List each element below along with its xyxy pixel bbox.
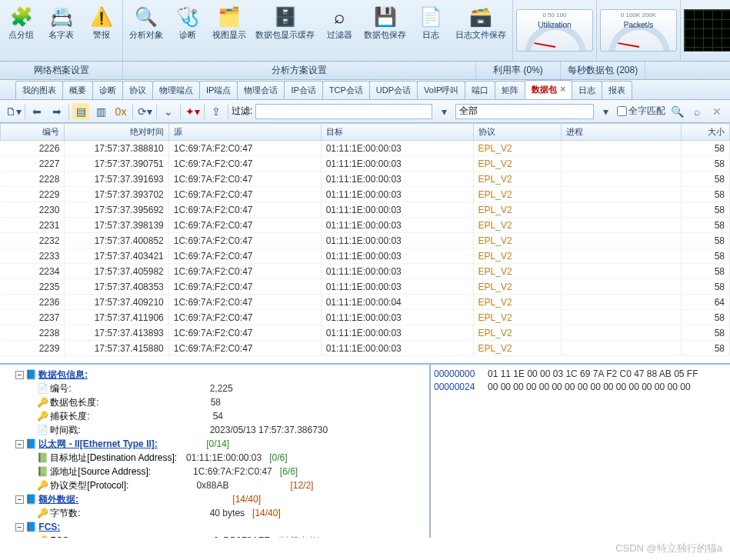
arrow-right-icon[interactable]: ➡: [48, 103, 65, 120]
tree-toggle[interactable]: −: [15, 523, 24, 532]
cell-num: 2238: [1, 325, 65, 341]
table-row[interactable]: 222917:57:37.3937021C:69:7A:F2:C0:4701:1…: [1, 187, 730, 202]
view-list-icon[interactable]: ▥: [92, 103, 109, 120]
filter-drop2-icon[interactable]: ▾: [435, 103, 452, 120]
ribbon-btn-日志文件保存[interactable]: 🗃️日志文件保存: [452, 3, 509, 42]
fullmatch-checkbox[interactable]: 全字匹配: [617, 105, 665, 118]
clear-icon[interactable]: ✕: [708, 103, 725, 120]
hex-offset: 00000000: [434, 368, 488, 380]
new-icon[interactable]: 🗋▾: [5, 103, 22, 120]
tab-协议[interactable]: 协议: [122, 81, 153, 99]
ribbon-btn-日志[interactable]: 📄日志: [412, 3, 449, 42]
scope-select[interactable]: [455, 104, 594, 119]
table-row[interactable]: 223817:57:37.4138931C:69:7A:F2:C0:4701:1…: [1, 325, 730, 341]
tab-TCP会话[interactable]: TCP会话: [322, 81, 370, 99]
color-mark-icon[interactable]: ✦▾: [184, 103, 201, 120]
tab-数据包[interactable]: 数据包×: [525, 80, 572, 99]
table-row[interactable]: 223317:57:37.4034211C:69:7A:F2:C0:4701:1…: [1, 248, 730, 264]
filter-drop-icon[interactable]: ⌄: [160, 103, 177, 120]
tree-toggle[interactable]: −: [15, 495, 24, 504]
view-detail-icon[interactable]: ▤: [72, 103, 89, 120]
fullmatch-label: 全字匹配: [628, 105, 665, 118]
ribbon-label: 点分组: [8, 29, 34, 41]
tab-物理会话[interactable]: 物理会话: [237, 81, 285, 99]
cell-time: 17:57:37.391693: [65, 172, 168, 187]
ribbon-btn-数据包保存[interactable]: 💾数据包保存: [361, 3, 409, 42]
search-icon[interactable]: 🔍: [668, 103, 685, 120]
ribbon-btn-警报[interactable]: ⚠️警报: [83, 3, 120, 42]
fullmatch-input[interactable]: [617, 106, 627, 116]
field-range: [12/2]: [290, 480, 313, 491]
tab-VoIP呼叫[interactable]: VoIP呼叫: [417, 81, 465, 99]
ribbon-btn-点分组[interactable]: 🧩点分组: [3, 3, 40, 42]
cell-tgt: 01:11:1E:00:00:03: [321, 141, 473, 156]
tab-物理端点[interactable]: 物理端点: [152, 81, 200, 99]
tab-UDP会话[interactable]: UDP会话: [369, 81, 418, 99]
col-tgt[interactable]: 目标: [321, 124, 473, 141]
tree-head-pktinfo[interactable]: 数据包信息:: [38, 369, 88, 380]
tree-head-fcs[interactable]: FCS:: [38, 522, 60, 532]
tree-head-eth[interactable]: 以太网 - II[Ethernet Type II]:: [38, 438, 157, 449]
tab-IP端点[interactable]: IP端点: [199, 81, 238, 99]
status-profile: 网络档案设置: [0, 62, 123, 79]
col-size[interactable]: 大小: [682, 124, 730, 141]
tab-我的图表[interactable]: 我的图表: [15, 81, 63, 99]
tab-端口[interactable]: 端口: [465, 81, 495, 99]
table-row[interactable]: 222717:57:37.3907511C:69:7A:F2:C0:4701:1…: [1, 156, 730, 172]
tree-toggle[interactable]: −: [15, 440, 24, 448]
arrow-left-icon[interactable]: ⬅: [28, 103, 45, 120]
tab-日志[interactable]: 日志: [572, 81, 602, 99]
filter-input[interactable]: [255, 104, 432, 119]
cell-size: 58: [682, 264, 730, 279]
tab-报表[interactable]: 报表: [602, 81, 632, 99]
table-row[interactable]: 222817:57:37.3916931C:69:7A:F2:C0:4701:1…: [1, 172, 730, 187]
ribbon-btn-名字表[interactable]: 📇名字表: [43, 3, 80, 42]
col-time[interactable]: 绝对时间: [65, 124, 168, 141]
cell-tgt: 01:11:1E:00:00:03: [321, 248, 473, 264]
field-value: 54: [213, 411, 223, 422]
table-row[interactable]: 223017:57:37.3956921C:69:7A:F2:C0:4701:1…: [1, 202, 730, 218]
tree-toggle[interactable]: −: [15, 371, 24, 379]
table-row[interactable]: 223117:57:37.3981391C:69:7A:F2:C0:4701:1…: [1, 218, 730, 233]
hex-view[interactable]: 0000000001 11 1E 00 00 03 1C 69 7A F2 C0…: [431, 365, 730, 538]
tab-诊断[interactable]: 诊断: [92, 81, 123, 99]
col-num[interactable]: 编号: [1, 124, 65, 141]
table-row[interactable]: 223917:57:37.4158801C:69:7A:F2:C0:4701:1…: [1, 341, 730, 356]
close-icon[interactable]: ×: [560, 84, 565, 95]
table-row[interactable]: 223617:57:37.4092101C:69:7A:F2:C0:4701:1…: [1, 295, 730, 310]
col-proto[interactable]: 协议: [473, 124, 562, 141]
col-src[interactable]: 源: [168, 124, 321, 141]
refresh-icon[interactable]: ⟳▾: [136, 103, 153, 120]
tab-矩阵[interactable]: 矩阵: [495, 81, 525, 99]
tree-view[interactable]: −📘 数据包信息: 📄 编号:2,225 🔑 数据包长度:58 🔑 捕获长度:5…: [0, 365, 431, 538]
tab-概要[interactable]: 概要: [62, 81, 93, 99]
ribbon-btn-视图显示[interactable]: 🗂️视图显示: [209, 3, 249, 42]
funnel-icon[interactable]: ⌕: [688, 103, 705, 120]
table-row[interactable]: 222617:57:37.3888101C:69:7A:F2:C0:4701:1…: [1, 141, 730, 156]
cell-size: 58: [682, 248, 730, 264]
export-icon[interactable]: ⇪: [208, 103, 225, 120]
field-value: 0xDB0F2AFE: [214, 535, 270, 538]
tree-head-extra[interactable]: 额外数据:: [38, 494, 78, 505]
hex-offset: 00000024: [434, 381, 488, 393]
cell-time: 17:57:37.403421: [65, 248, 168, 264]
field-label: 捕获长度:: [50, 411, 89, 422]
field-label: 时间戳:: [50, 425, 80, 435]
table-row[interactable]: 223217:57:37.4008521C:69:7A:F2:C0:4701:1…: [1, 233, 730, 248]
cell-size: 58: [682, 341, 730, 356]
tab-IP会话[interactable]: IP会话: [284, 81, 322, 99]
ribbon-btn-过滤器[interactable]: ⌕过滤器: [321, 3, 358, 42]
cell-proc: [562, 187, 682, 202]
ribbon-btn-数据包显示缓存[interactable]: 🗄️数据包显示缓存: [252, 3, 318, 42]
ribbon-btn-诊断[interactable]: 🩺诊断: [169, 3, 206, 42]
table-row[interactable]: 223417:57:37.4059821C:69:7A:F2:C0:4701:1…: [1, 264, 730, 279]
table-row[interactable]: 223517:57:37.4083531C:69:7A:F2:C0:4701:1…: [1, 279, 730, 295]
cell-num: 2230: [1, 202, 65, 218]
scope-drop-icon[interactable]: ▾: [597, 103, 614, 120]
view-hex-icon[interactable]: 0x: [112, 103, 129, 120]
cell-proc: [562, 172, 682, 187]
table-row[interactable]: 223717:57:37.4119061C:69:7A:F2:C0:4701:1…: [1, 310, 730, 325]
ribbon-btn-分析对象[interactable]: 🔍分析对象: [126, 3, 166, 42]
cell-time: 17:57:37.415880: [65, 341, 168, 356]
col-proc[interactable]: 进程: [562, 124, 682, 141]
